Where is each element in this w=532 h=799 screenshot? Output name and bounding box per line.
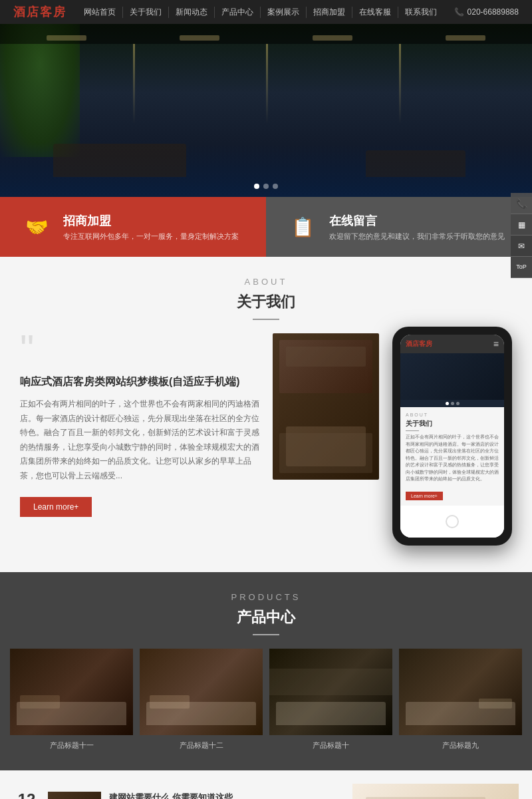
phone-hero	[400, 353, 504, 400]
about-text-block: " 响应式酒店客房类网站织梦模板(自适应手机端) 正如不会有两片相同的叶子，这个…	[20, 333, 259, 517]
float-chat-btn[interactable]: ✉	[511, 236, 532, 257]
hero-dot-2[interactable]	[263, 184, 269, 189]
phone-logo: 酒店客房	[406, 339, 432, 349]
product-image-2	[140, 649, 263, 735]
products-divider	[253, 634, 279, 635]
news-info-1: 建网站需要什么 你需要知道这些 建设网站时你会遇到哪些问题？人才(业内高手)工作…	[109, 792, 339, 800]
about-main-title: 响应式酒店客房类网站织梦模板(自适应手机端)	[20, 375, 259, 389]
hero-banner	[0, 24, 532, 197]
quote-mark: "	[20, 333, 259, 365]
about-title-block: ABOUT 关于我们	[0, 257, 532, 333]
nav-about[interactable]: 关于我们	[123, 7, 169, 18]
news-side: / 2018-09-12 网站维护对于企业未说具有哪些重要性 全球网络化建设及维…	[352, 784, 519, 800]
phone-about-section: ABOUT 关于我们 正如不会有两片相同的叶子，这个世界也不会有两家相同的丙迪格…	[400, 407, 504, 506]
hero-dot-3[interactable]	[273, 184, 278, 189]
franchise-icon: 🤝	[20, 210, 53, 243]
nav-cases[interactable]: 案例展示	[261, 7, 307, 18]
site-logo: 酒店客房	[13, 4, 66, 20]
phone-menu-icon: ≡	[493, 339, 499, 349]
phone-number: 📞 020-66889888	[454, 7, 519, 17]
nav-contact[interactable]: 联系我们	[398, 7, 444, 18]
product-item-3[interactable]: 产品标题十	[269, 649, 392, 750]
products-grid: 产品标题十一 产品标题十二 产品标题十 产品标题九	[0, 649, 532, 750]
float-qr-btn[interactable]: ▦	[511, 214, 532, 236]
float-top-btn[interactable]: ToP	[511, 257, 532, 278]
phone-screen: 酒店客房 ≡ ABOUT 关于我们 正如不会有两片相同的叶子，这个世界也不会有两…	[400, 335, 504, 538]
nav-products[interactable]: 产品中心	[215, 7, 261, 18]
phone-icon: 📞	[454, 7, 464, 17]
product-image-3	[269, 649, 392, 735]
main-nav: 网站首页 关于我们 新闻动态 产品中心 案例展示 招商加盟 在线客服 联系我们	[77, 7, 444, 18]
hero-dots	[254, 184, 278, 189]
news-date-1: 12 09月	[13, 792, 40, 800]
learn-more-button[interactable]: Learn more+	[20, 497, 92, 517]
phone-header: 酒店客房 ≡	[400, 335, 504, 353]
title-divider	[253, 319, 279, 320]
about-body: 正如不会有两片相同的叶子，这个世界也不会有两家相同的丙迪格酒店。每一家酒店的设计…	[20, 397, 259, 484]
top-btn-label: ToP	[516, 263, 527, 271]
floating-side-buttons: 📞 ▦ ✉ ToP	[511, 193, 532, 278]
about-section: ABOUT 关于我们 " 响应式酒店客房类网站织梦模板(自适应手机端) 正如不会…	[0, 257, 532, 572]
phone-learn-more[interactable]: Learn more+	[406, 492, 443, 500]
phone-home-button[interactable]	[446, 515, 459, 528]
message-text: 在线留言 欢迎留下您的意见和建议，我们非常乐于听取您的意见	[329, 213, 505, 241]
hero-dot-1[interactable]	[254, 184, 259, 189]
news-item-1[interactable]: 12 09月 建网站需要什么 你需要知道这些 建设网站时你会遇到哪些问题？人才(…	[13, 784, 339, 800]
banner-row: 🤝 招商加盟 专注互联网外包多年，一对一服务，量身定制解决方案 📋 在线留言 欢…	[0, 197, 532, 257]
nav-home[interactable]: 网站首页	[77, 7, 123, 18]
news-image-1	[48, 792, 101, 800]
products-title-block: PRODUCTS 产品中心	[0, 572, 532, 649]
franchise-banner[interactable]: 🤝 招商加盟 专注互联网外包多年，一对一服务，量身定制解决方案	[0, 197, 266, 257]
product-item-2[interactable]: 产品标题十二	[140, 649, 263, 750]
header: 酒店客房 网站首页 关于我们 新闻动态 产品中心 案例展示 招商加盟 在线客服 …	[0, 0, 532, 24]
message-banner[interactable]: 📋 在线留言 欢迎留下您的意见和建议，我们非常乐于听取您的意见	[266, 197, 532, 257]
news-side-image	[352, 784, 519, 800]
product-item-1[interactable]: 产品标题十一	[10, 649, 133, 750]
product-item-4[interactable]: 产品标题九	[399, 649, 522, 750]
nav-franchise[interactable]: 招商加盟	[307, 7, 352, 18]
products-section: PRODUCTS 产品中心 产品标题十一 产品标题十二	[0, 572, 532, 770]
phone-mockup: 酒店客房 ≡ ABOUT 关于我们 正如不会有两片相同的叶子，这个世界也不会有两…	[392, 327, 512, 546]
phone-home-button-area	[400, 506, 504, 538]
nav-news[interactable]: 新闻动态	[169, 7, 215, 18]
about-room-image	[273, 333, 379, 480]
news-content: 12 09月 建网站需要什么 你需要知道这些 建设网站时你会遇到哪些问题？人才(…	[0, 784, 532, 800]
phone-dots	[400, 400, 504, 407]
float-phone-btn[interactable]: 📞	[511, 193, 532, 214]
product-image-1	[10, 649, 133, 735]
about-content: " 响应式酒店客房类网站织梦模板(自适应手机端) 正如不会有两片相同的叶子，这个…	[0, 333, 532, 546]
news-list: 12 09月 建网站需要什么 你需要知道这些 建设网站时你会遇到哪些问题？人才(…	[13, 784, 339, 800]
franchise-text: 招商加盟 专注互联网外包多年，一对一服务，量身定制解决方案	[63, 213, 239, 241]
news-section: 12 09月 建网站需要什么 你需要知道这些 建设网站时你会遇到哪些问题？人才(…	[0, 770, 532, 800]
product-image-4	[399, 649, 522, 735]
message-icon: 📋	[286, 210, 319, 243]
nav-service[interactable]: 在线客服	[352, 7, 398, 18]
